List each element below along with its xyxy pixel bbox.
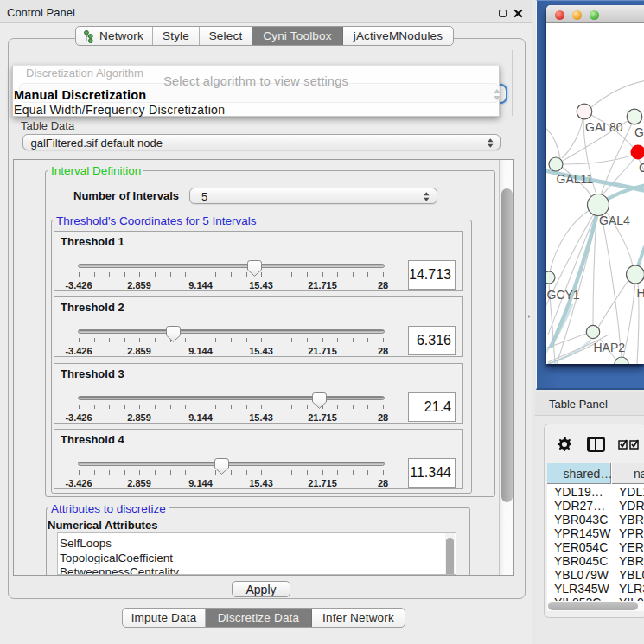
svg-text:GCY1: GCY1 [547,288,580,302]
svg-text:H: H [637,286,644,300]
svg-text:HAP2: HAP2 [594,341,626,354]
svg-text:GAL80: GAL80 [585,120,623,134]
svg-text:C: C [639,161,644,175]
svg-text:GAL11: GAL11 [557,172,594,186]
svg-text:GA: GA [634,125,644,139]
svg-text:GAL4: GAL4 [599,214,630,227]
